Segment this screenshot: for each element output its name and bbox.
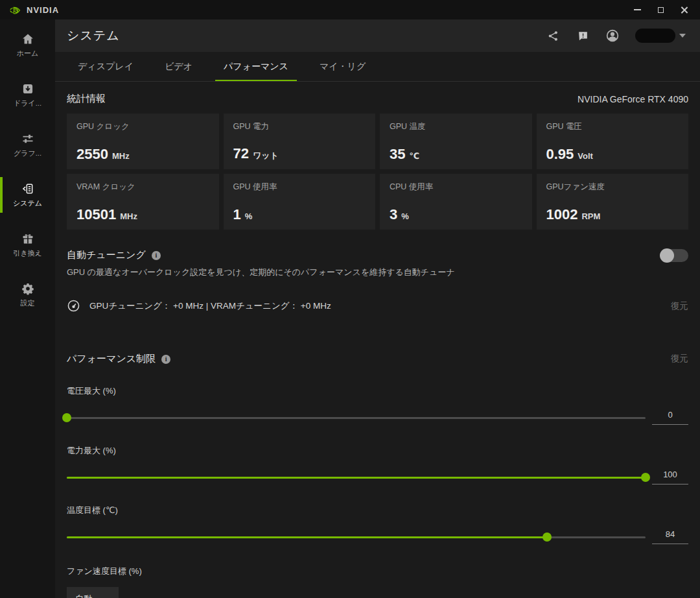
power-max-value[interactable]: 100 xyxy=(652,470,688,484)
fan-target-label: ファン速度目標 (%) xyxy=(67,566,688,577)
stats-header: 統計情報 NVIDIA GeForce RTX 4090 xyxy=(67,93,688,105)
chevron-down-icon xyxy=(679,34,686,38)
sidebar-item-home[interactable]: ホーム xyxy=(0,26,55,64)
auto-tuning-description: GPU の最適なオーバークロック設定を見つけ、定期的にそのパフォーマンスを維持す… xyxy=(67,267,455,278)
stat-value: 10501 xyxy=(76,206,116,222)
temp-target-slider[interactable] xyxy=(67,532,646,542)
maximize-button[interactable] xyxy=(652,3,669,17)
stat-unit: % xyxy=(245,211,253,221)
voltage-max-slider[interactable] xyxy=(67,413,646,422)
slider-track xyxy=(67,417,646,419)
sidebar-item-system[interactable]: システム xyxy=(0,176,55,214)
stat-card-gpu-usage: GPU 使用率 1% xyxy=(224,174,376,230)
sidebar-item-settings[interactable]: 設定 xyxy=(0,276,55,314)
header-actions xyxy=(546,29,686,43)
slider-handle[interactable] xyxy=(62,413,71,422)
auto-tuning-restore-button[interactable]: 復元 xyxy=(671,300,688,312)
auto-tuning-toggle[interactable] xyxy=(661,249,688,262)
brand: NVIDIA xyxy=(9,5,59,15)
stat-value: 2550 xyxy=(76,146,108,162)
share-button[interactable] xyxy=(546,29,560,43)
performance-limits-restore-button[interactable]: 復元 xyxy=(671,353,688,365)
sidebar-item-graphics[interactable]: グラフ... xyxy=(0,126,55,164)
sidebar: ホーム ドライ... グラフ... システム 引き換え xyxy=(0,19,55,598)
window-controls xyxy=(629,3,692,17)
sidebar-item-label: グラフ... xyxy=(14,149,41,158)
slider-label: 電力最大 (%) xyxy=(67,445,688,457)
sidebar-item-redeem[interactable]: 引き換え xyxy=(0,226,55,264)
home-icon xyxy=(21,32,35,46)
stat-unit: ワット xyxy=(253,150,279,160)
stat-value: 3 xyxy=(390,206,397,222)
account-name-redacted xyxy=(635,29,675,43)
window-title: NVIDIA xyxy=(27,5,59,15)
voltage-max-value[interactable]: 0 xyxy=(652,410,688,425)
tuning-status-text: GPUチューニング： +0 MHz | VRAMチューニング： +0 MHz xyxy=(89,300,671,312)
stat-value-row: 72ワット xyxy=(233,147,366,161)
info-icon[interactable] xyxy=(161,355,170,364)
stat-value-row: 0.95Volt xyxy=(546,147,679,161)
stat-value: 1002 xyxy=(546,206,578,222)
page-header: システム xyxy=(55,19,700,52)
main-area: システム ディスプレイ ビデオ パフォーマンス xyxy=(55,19,700,598)
feedback-button[interactable] xyxy=(576,29,590,43)
stat-value: 72 xyxy=(233,145,249,161)
voltage-max-group: 電圧最大 (%) 0 xyxy=(67,385,688,425)
stat-value-row: 1% xyxy=(233,208,366,222)
stat-label: GPUファン速度 xyxy=(546,182,679,193)
slider-fill xyxy=(67,477,646,479)
gpu-name: NVIDIA GeForce RTX 4090 xyxy=(578,94,688,104)
performance-limits-title: パフォーマンス制限 xyxy=(67,353,156,365)
stat-label: GPU 温度 xyxy=(390,121,522,132)
content: 統計情報 NVIDIA GeForce RTX 4090 GPU クロック 25… xyxy=(55,82,700,598)
tab-video[interactable]: ビデオ xyxy=(154,52,204,81)
fan-target-dropdown[interactable]: 自動 xyxy=(67,587,119,598)
stat-value-row: 35℃ xyxy=(390,147,522,161)
sidebar-item-label: 引き換え xyxy=(13,248,42,258)
avatar-icon[interactable] xyxy=(605,29,620,43)
stat-unit: % xyxy=(401,211,409,221)
close-button[interactable] xyxy=(675,3,692,17)
power-max-slider[interactable] xyxy=(67,473,646,482)
titlebar: NVIDIA xyxy=(0,0,700,19)
stat-unit: MHz xyxy=(112,151,130,161)
slider-handle[interactable] xyxy=(641,473,650,482)
temp-target-group: 温度目標 (℃) 84 xyxy=(67,505,688,544)
account-menu[interactable] xyxy=(635,29,686,43)
stat-label: GPU 使用率 xyxy=(233,182,366,193)
stat-cards-grid: GPU クロック 2550MHz GPU 電力 72ワット GPU 温度 35℃… xyxy=(67,114,688,230)
stat-unit: MHz xyxy=(120,211,137,221)
minimize-icon xyxy=(634,9,641,10)
fan-target-group: ファン速度目標 (%) 自動 xyxy=(67,566,688,598)
auto-tuning-section: 自動チューニング GPU の最適なオーバークロック設定を見つけ、定期的にそのパフ… xyxy=(67,249,688,313)
tab-performance[interactable]: パフォーマンス xyxy=(213,52,299,81)
gift-icon xyxy=(21,232,35,246)
info-icon[interactable] xyxy=(152,251,161,260)
fan-target-selected: 自動 xyxy=(75,593,93,598)
stat-card-gpu-voltage: GPU 電圧 0.95Volt xyxy=(537,114,689,169)
maximize-icon xyxy=(658,7,664,13)
system-icon xyxy=(21,182,35,196)
stat-label: CPU 使用率 xyxy=(390,182,522,193)
close-icon xyxy=(681,6,688,14)
graphics-sliders-icon xyxy=(21,132,35,146)
stat-value-row: 3% xyxy=(390,208,522,222)
stat-value-row: 2550MHz xyxy=(76,147,209,161)
stat-value-row: 1002RPM xyxy=(546,208,679,222)
temp-target-value[interactable]: 84 xyxy=(652,529,688,544)
slider-fill xyxy=(67,536,547,538)
tuning-status-row: GPUチューニング： +0 MHz | VRAMチューニング： +0 MHz 復… xyxy=(67,299,688,313)
tab-my-rig[interactable]: マイ・リグ xyxy=(309,52,377,81)
slider-handle[interactable] xyxy=(542,532,552,542)
stat-label: GPU 電圧 xyxy=(546,121,679,132)
tabbar: ディスプレイ ビデオ パフォーマンス マイ・リグ xyxy=(55,52,700,82)
sidebar-item-label: ドライ... xyxy=(14,99,41,108)
minimize-button[interactable] xyxy=(629,3,646,17)
sidebar-item-drivers[interactable]: ドライ... xyxy=(0,76,55,114)
stat-card-gpu-power: GPU 電力 72ワット xyxy=(224,114,376,169)
stats-section-title: 統計情報 xyxy=(67,93,106,105)
toggle-knob xyxy=(660,248,674,263)
slider-row: 84 xyxy=(67,529,688,544)
slider-label: 電圧最大 (%) xyxy=(67,385,688,397)
tab-display[interactable]: ディスプレイ xyxy=(67,52,145,81)
